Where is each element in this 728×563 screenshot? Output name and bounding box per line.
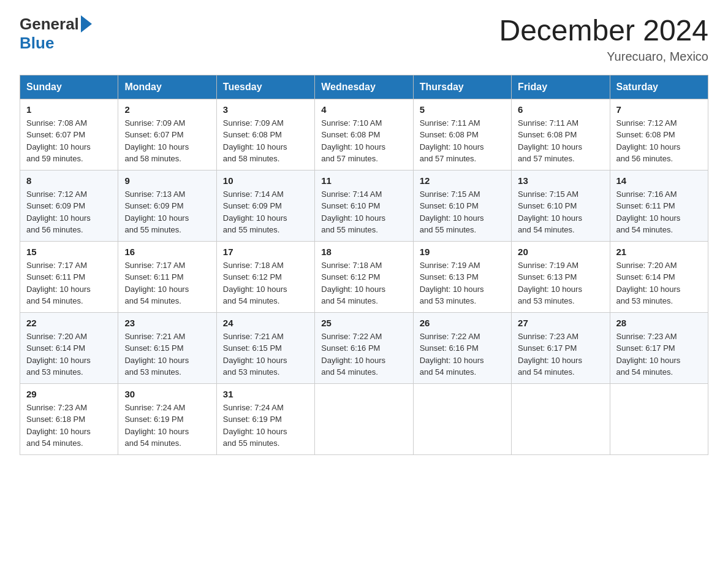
day-info: Sunrise: 7:24 AMSunset: 6:19 PMDaylight:… [223, 403, 287, 448]
logo-blue-text: Blue [20, 34, 54, 52]
day-info: Sunrise: 7:19 AMSunset: 6:13 PMDaylight:… [518, 261, 582, 306]
calendar-day-cell [610, 383, 708, 454]
day-info: Sunrise: 7:14 AMSunset: 6:10 PMDaylight:… [321, 190, 385, 235]
calendar-week-row: 15 Sunrise: 7:17 AMSunset: 6:11 PMDaylig… [20, 241, 708, 312]
day-number: 6 [518, 104, 603, 115]
calendar-day-cell: 31 Sunrise: 7:24 AMSunset: 6:19 PMDaylig… [216, 383, 314, 454]
calendar-day-cell: 24 Sunrise: 7:21 AMSunset: 6:15 PMDaylig… [216, 312, 314, 383]
day-number: 25 [321, 318, 406, 328]
calendar-day-cell: 14 Sunrise: 7:16 AMSunset: 6:11 PMDaylig… [610, 170, 708, 241]
day-number: 19 [420, 247, 505, 257]
day-info: Sunrise: 7:19 AMSunset: 6:13 PMDaylight:… [420, 261, 484, 306]
day-number: 23 [124, 318, 210, 328]
page-header: General Blue December 2024 Yurecuaro, Me… [20, 15, 708, 64]
day-info: Sunrise: 7:11 AMSunset: 6:08 PMDaylight:… [420, 118, 484, 164]
calendar-day-cell [512, 383, 610, 454]
day-info: Sunrise: 7:09 AMSunset: 6:07 PMDaylight:… [124, 118, 189, 164]
day-number: 3 [223, 104, 308, 115]
calendar-day-cell: 26 Sunrise: 7:22 AMSunset: 6:16 PMDaylig… [413, 312, 511, 383]
day-number: 4 [321, 104, 406, 115]
day-number: 16 [124, 247, 210, 257]
day-info: Sunrise: 7:11 AMSunset: 6:08 PMDaylight:… [518, 118, 582, 164]
day-info: Sunrise: 7:23 AMSunset: 6:17 PMDaylight:… [518, 332, 582, 377]
day-number: 5 [420, 104, 505, 115]
logo-arrow-icon [81, 15, 92, 33]
day-number: 11 [321, 175, 406, 186]
calendar-day-cell: 18 Sunrise: 7:18 AMSunset: 6:12 PMDaylig… [315, 241, 413, 312]
day-info: Sunrise: 7:17 AMSunset: 6:11 PMDaylight:… [26, 261, 91, 306]
logo: General Blue [20, 15, 92, 53]
title-area: December 2024 Yurecuaro, Mexico [499, 15, 708, 64]
calendar-title: December 2024 [499, 15, 708, 47]
day-number: 26 [420, 318, 505, 328]
calendar-day-cell: 15 Sunrise: 7:17 AMSunset: 6:11 PMDaylig… [20, 241, 118, 312]
calendar-day-cell: 28 Sunrise: 7:23 AMSunset: 6:17 PMDaylig… [610, 312, 708, 383]
calendar-week-row: 29 Sunrise: 7:23 AMSunset: 6:18 PMDaylig… [20, 383, 708, 454]
day-number: 10 [223, 175, 308, 186]
calendar-week-row: 1 Sunrise: 7:08 AMSunset: 6:07 PMDayligh… [20, 99, 708, 170]
day-info: Sunrise: 7:15 AMSunset: 6:10 PMDaylight:… [420, 190, 484, 235]
calendar-day-cell: 19 Sunrise: 7:19 AMSunset: 6:13 PMDaylig… [413, 241, 511, 312]
day-number: 1 [26, 104, 112, 115]
calendar-day-cell: 20 Sunrise: 7:19 AMSunset: 6:13 PMDaylig… [512, 241, 610, 312]
day-info: Sunrise: 7:20 AMSunset: 6:14 PMDaylight:… [616, 261, 681, 306]
calendar-day-cell: 2 Sunrise: 7:09 AMSunset: 6:07 PMDayligh… [118, 99, 216, 170]
day-info: Sunrise: 7:20 AMSunset: 6:14 PMDaylight:… [26, 332, 91, 377]
day-info: Sunrise: 7:10 AMSunset: 6:08 PMDaylight:… [321, 118, 385, 164]
calendar-day-cell: 16 Sunrise: 7:17 AMSunset: 6:11 PMDaylig… [118, 241, 216, 312]
calendar-week-row: 22 Sunrise: 7:20 AMSunset: 6:14 PMDaylig… [20, 312, 708, 383]
day-number: 9 [124, 175, 210, 186]
day-of-week-header: Tuesday [216, 75, 314, 99]
day-info: Sunrise: 7:16 AMSunset: 6:11 PMDaylight:… [616, 190, 681, 235]
day-number: 2 [124, 104, 210, 115]
day-of-week-header: Thursday [413, 75, 511, 99]
day-info: Sunrise: 7:12 AMSunset: 6:08 PMDaylight:… [616, 118, 681, 164]
days-of-week-row: SundayMondayTuesdayWednesdayThursdayFrid… [20, 75, 708, 99]
day-info: Sunrise: 7:22 AMSunset: 6:16 PMDaylight:… [321, 332, 385, 377]
day-info: Sunrise: 7:17 AMSunset: 6:11 PMDaylight:… [124, 261, 189, 306]
day-info: Sunrise: 7:15 AMSunset: 6:10 PMDaylight:… [518, 190, 582, 235]
calendar-table: SundayMondayTuesdayWednesdayThursdayFrid… [20, 75, 708, 455]
calendar-day-cell: 30 Sunrise: 7:24 AMSunset: 6:19 PMDaylig… [118, 383, 216, 454]
calendar-day-cell: 1 Sunrise: 7:08 AMSunset: 6:07 PMDayligh… [20, 99, 118, 170]
day-number: 7 [616, 104, 702, 115]
calendar-day-cell: 4 Sunrise: 7:10 AMSunset: 6:08 PMDayligh… [315, 99, 413, 170]
day-number: 27 [518, 318, 603, 328]
calendar-day-cell: 9 Sunrise: 7:13 AMSunset: 6:09 PMDayligh… [118, 170, 216, 241]
day-number: 31 [223, 389, 308, 399]
calendar-day-cell [315, 383, 413, 454]
day-of-week-header: Wednesday [315, 75, 413, 99]
day-info: Sunrise: 7:18 AMSunset: 6:12 PMDaylight:… [223, 261, 287, 306]
calendar-day-cell: 17 Sunrise: 7:18 AMSunset: 6:12 PMDaylig… [216, 241, 314, 312]
day-number: 15 [26, 247, 112, 257]
day-info: Sunrise: 7:18 AMSunset: 6:12 PMDaylight:… [321, 261, 385, 306]
day-number: 18 [321, 247, 406, 257]
calendar-subtitle: Yurecuaro, Mexico [499, 50, 708, 64]
day-number: 22 [26, 318, 112, 328]
calendar-day-cell: 7 Sunrise: 7:12 AMSunset: 6:08 PMDayligh… [610, 99, 708, 170]
day-number: 30 [124, 389, 210, 399]
day-number: 17 [223, 247, 308, 257]
day-info: Sunrise: 7:09 AMSunset: 6:08 PMDaylight:… [223, 118, 287, 164]
calendar-day-cell: 25 Sunrise: 7:22 AMSunset: 6:16 PMDaylig… [315, 312, 413, 383]
day-info: Sunrise: 7:24 AMSunset: 6:19 PMDaylight:… [124, 403, 189, 448]
day-number: 13 [518, 175, 603, 186]
calendar-day-cell: 23 Sunrise: 7:21 AMSunset: 6:15 PMDaylig… [118, 312, 216, 383]
calendar-day-cell: 22 Sunrise: 7:20 AMSunset: 6:14 PMDaylig… [20, 312, 118, 383]
day-number: 14 [616, 175, 702, 186]
day-info: Sunrise: 7:23 AMSunset: 6:18 PMDaylight:… [26, 403, 91, 448]
day-number: 24 [223, 318, 308, 328]
day-of-week-header: Saturday [610, 75, 708, 99]
calendar-day-cell: 27 Sunrise: 7:23 AMSunset: 6:17 PMDaylig… [512, 312, 610, 383]
logo-general-text: General [20, 15, 79, 34]
day-number: 12 [420, 175, 505, 186]
day-number: 20 [518, 247, 603, 257]
day-info: Sunrise: 7:13 AMSunset: 6:09 PMDaylight:… [124, 190, 189, 235]
day-number: 29 [26, 389, 112, 399]
calendar-day-cell: 12 Sunrise: 7:15 AMSunset: 6:10 PMDaylig… [413, 170, 511, 241]
calendar-day-cell: 5 Sunrise: 7:11 AMSunset: 6:08 PMDayligh… [413, 99, 511, 170]
day-info: Sunrise: 7:21 AMSunset: 6:15 PMDaylight:… [223, 332, 287, 377]
day-info: Sunrise: 7:21 AMSunset: 6:15 PMDaylight:… [124, 332, 189, 377]
calendar-day-cell: 6 Sunrise: 7:11 AMSunset: 6:08 PMDayligh… [512, 99, 610, 170]
day-of-week-header: Friday [512, 75, 610, 99]
